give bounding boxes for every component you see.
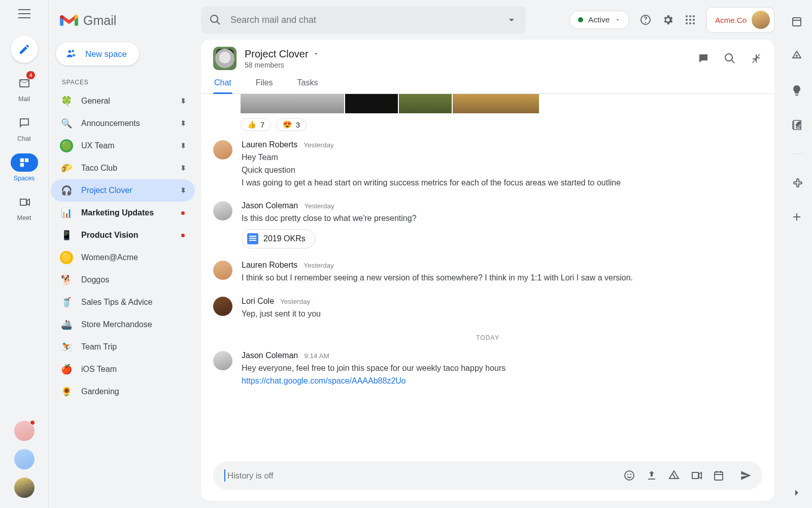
chat-head-2[interactable] xyxy=(14,449,35,469)
search-box[interactable] xyxy=(201,6,526,34)
sidebar-item-announcements[interactable]: 🔍Announcements xyxy=(51,112,195,135)
message-author: Jason Coleman xyxy=(242,201,298,210)
new-space-button[interactable]: New space xyxy=(56,42,139,66)
space-name: Taco Club xyxy=(81,164,170,173)
calendar-panel-icon[interactable] xyxy=(791,15,803,27)
brand[interactable]: Gmail xyxy=(51,6,195,31)
sidebar-item-project-clover[interactable]: 🎧Project Clover xyxy=(51,179,195,202)
message-avatar[interactable] xyxy=(213,140,232,160)
mail-badge: 4 xyxy=(26,71,35,79)
sidebar-item-ios-team[interactable]: 🍎iOS Team xyxy=(51,358,195,380)
message: Jason ColemanYesterdayIs this doc pretty… xyxy=(213,201,762,248)
sidebar-item-taco-club[interactable]: 🌮Taco Club xyxy=(51,157,195,179)
composer-input[interactable] xyxy=(224,469,617,482)
sidebar-item-store-merchandose[interactable]: 🚢Store Merchandose xyxy=(51,313,195,336)
sidebar-item-team-trip[interactable]: ⛷️Team Trip xyxy=(51,336,195,358)
compose-button[interactable] xyxy=(11,36,38,63)
sidebar-item-doggos[interactable]: 🐕Doggos xyxy=(51,269,195,291)
gear-icon[interactable] xyxy=(662,14,674,26)
message-avatar[interactable] xyxy=(213,297,232,316)
message-avatar[interactable] xyxy=(213,201,232,220)
video-icon[interactable] xyxy=(690,469,702,482)
search-input[interactable] xyxy=(230,15,496,25)
unread-dot-icon xyxy=(178,211,188,215)
collapse-panel-icon[interactable] xyxy=(791,487,803,499)
rail-spaces[interactable]: Spaces xyxy=(11,153,38,182)
image-attachment-strip[interactable] xyxy=(241,94,762,113)
message-link[interactable]: https://chat.google.com/space/AAAAb88z2U… xyxy=(242,375,762,388)
space-emoji-icon: 📱 xyxy=(60,229,73,242)
rail-meet-label: Meet xyxy=(17,214,31,221)
addons-icon[interactable] xyxy=(791,176,803,188)
message-avatar[interactable] xyxy=(213,351,232,370)
space-name: General xyxy=(81,97,170,106)
main-column: Active Acme.Co Project Clover 58 member xyxy=(201,0,782,508)
collapse-icon[interactable] xyxy=(750,52,762,65)
docs-icon xyxy=(247,233,258,244)
send-button[interactable] xyxy=(735,464,757,487)
menu-icon[interactable] xyxy=(18,9,30,18)
brand-name: Gmail xyxy=(83,13,116,28)
message-list[interactable]: 👍7😍3 Lauren RobertsYesterdayHey TeamQuic… xyxy=(201,94,774,461)
pin-icon xyxy=(178,142,188,150)
tasks-panel-icon[interactable] xyxy=(791,84,803,97)
help-icon[interactable] xyxy=(639,14,652,26)
message-author: Lori Cole xyxy=(242,297,274,306)
sidebar-item-marketing-updates[interactable]: 📊Marketing Updates xyxy=(51,202,195,224)
sidebar-item-ux-team[interactable]: 🟢UX Team xyxy=(51,135,195,157)
contacts-panel-icon[interactable] xyxy=(791,119,803,131)
topbar: Active Acme.Co xyxy=(201,0,782,40)
rail-meet[interactable]: Meet xyxy=(11,193,38,221)
reaction-pill[interactable]: 👍7 xyxy=(241,118,271,131)
emoji-icon[interactable] xyxy=(623,469,635,482)
message: Lori ColeYesterdayYep, just sent it to y… xyxy=(213,297,762,321)
tab-tasks[interactable]: Tasks xyxy=(296,74,319,93)
space-avatar[interactable] xyxy=(213,47,236,70)
sidebar-item-gardening[interactable]: 🌻Gardening xyxy=(51,380,195,403)
add-panel-icon[interactable] xyxy=(791,211,803,223)
space-emoji-icon: 🟡 xyxy=(60,251,73,264)
keep-panel-icon[interactable] xyxy=(791,50,803,62)
org-account-chip[interactable]: Acme.Co xyxy=(706,7,774,33)
spaces-sidebar: Gmail New space SPACES 🍀General🔍Announce… xyxy=(49,0,201,508)
svg-point-15 xyxy=(627,474,629,475)
sidebar-item-sales-tips-advice[interactable]: 🥤Sales Tips & Advice xyxy=(51,291,195,313)
doc-attachment-chip[interactable]: 2019 OKRs xyxy=(242,229,315,248)
message: Jason Coleman9:14 AMHey everyone, feel f… xyxy=(213,351,762,388)
message-author: Jason Coleman xyxy=(242,351,298,360)
svg-point-11 xyxy=(686,22,688,24)
search-in-space-icon[interactable] xyxy=(724,52,736,65)
chat-head-1[interactable] xyxy=(14,421,35,441)
status-chip[interactable]: Active xyxy=(569,11,629,29)
chat-head-3[interactable] xyxy=(14,478,35,498)
space-name: Gardening xyxy=(81,387,170,396)
apps-grid-icon[interactable] xyxy=(684,14,696,26)
tab-files[interactable]: Files xyxy=(255,74,274,93)
chevron-down-icon[interactable] xyxy=(313,50,320,57)
rail-spaces-label: Spaces xyxy=(14,175,35,182)
message-composer[interactable] xyxy=(213,461,762,490)
space-tabs: Chat Files Tasks xyxy=(201,70,774,94)
reaction-bar: 👍7😍3 xyxy=(241,118,762,131)
message-avatar[interactable] xyxy=(213,261,232,280)
drive-icon[interactable] xyxy=(668,469,680,482)
member-count[interactable]: 58 members xyxy=(245,61,320,69)
search-options-icon[interactable] xyxy=(505,14,518,26)
nav-rail: 4 Mail Chat Spaces Meet xyxy=(0,0,49,508)
chevron-down-icon xyxy=(615,17,621,23)
sidebar-item-women-acme[interactable]: 🟡Women@Acme xyxy=(51,246,195,269)
space-name: Doggos xyxy=(81,275,170,284)
message-time: Yesterday xyxy=(303,262,334,269)
sidebar-item-general[interactable]: 🍀General xyxy=(51,90,195,112)
reaction-pill[interactable]: 😍3 xyxy=(276,118,307,131)
svg-point-6 xyxy=(689,15,691,17)
space-name: Store Merchandose xyxy=(81,320,170,329)
rail-mail[interactable]: 4 Mail xyxy=(11,74,38,103)
pin-icon xyxy=(178,187,188,195)
thread-icon[interactable] xyxy=(697,52,709,65)
sidebar-item-product-vision[interactable]: 📱Product Vision xyxy=(51,224,195,246)
upload-icon[interactable] xyxy=(646,469,658,482)
rail-chat[interactable]: Chat xyxy=(11,114,38,142)
tab-chat[interactable]: Chat xyxy=(213,74,232,93)
calendar-icon[interactable] xyxy=(713,469,725,482)
